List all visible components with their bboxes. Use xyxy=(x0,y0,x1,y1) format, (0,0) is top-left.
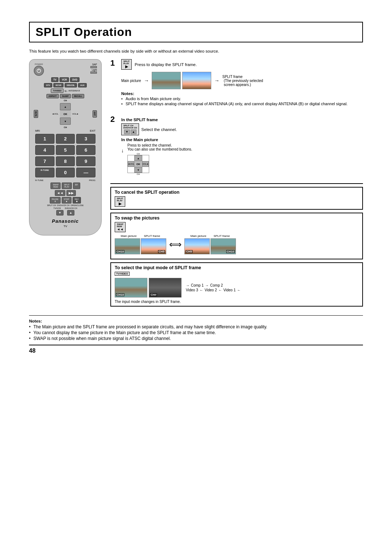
num-9[interactable]: 9 xyxy=(76,156,95,166)
sap-rect xyxy=(90,66,97,68)
num-6[interactable]: 6 xyxy=(76,145,95,155)
split-frame-note: (The previously selectedscreen appears.) xyxy=(224,79,263,87)
split-play-icon: SPLITPLAY ▶ xyxy=(121,59,132,70)
stop-btn[interactable]: STOP■ xyxy=(62,197,72,204)
aspect-button[interactable]: ASPECT xyxy=(46,94,59,98)
dbs-cbl-button[interactable]: DBS/CBL xyxy=(65,83,77,87)
mini-ch-down[interactable]: ▼ xyxy=(134,167,142,173)
num-2[interactable]: 2 xyxy=(56,134,75,144)
mini-ok[interactable]: OK xyxy=(134,161,142,167)
mini-vol-left[interactable]: ◄VOL xyxy=(128,161,134,167)
num-0[interactable]: 0 xyxy=(56,168,75,177)
split-play-btn[interactable]: SPLITPLAY xyxy=(62,182,72,189)
mini-ch-label-bottom: CH xyxy=(127,173,149,175)
swap-after-labels: Main picture SPLIT frame xyxy=(191,234,230,238)
dpad-area: MUTE CH ▲ ◄VOL OK VOL► ▼ xyxy=(34,99,97,128)
power-button[interactable] xyxy=(34,66,44,76)
swap-after: Main picture SPLIT frame CH5 CH10 xyxy=(184,234,236,254)
aspect-sleep-row: ASPECT SLEEP RECALL xyxy=(34,94,97,98)
intro-text: This feature lets you watch two differen… xyxy=(29,49,363,53)
input-mode-section: To select the input mode of SPLIT frame … xyxy=(110,262,363,307)
ch-label-bottom: CH xyxy=(40,126,91,128)
step-1-content: SPLITPLAY ▶ Press to display the SPLIT f… xyxy=(121,59,363,110)
aux-button[interactable]: AUX xyxy=(78,83,87,87)
tv-video-icon: TV/VIDEO xyxy=(115,272,130,276)
rewind-btn[interactable]: ◄◄ xyxy=(55,190,66,196)
before-main-ch: CH10 xyxy=(116,250,124,253)
before-main-img: CH10 xyxy=(115,238,140,254)
dash-btn[interactable]: — xyxy=(76,168,95,177)
dtv-button[interactable]: DTV xyxy=(44,83,52,87)
swap-title: To swap the pictures xyxy=(115,216,359,221)
in-main-title: In the Main picture xyxy=(121,138,363,142)
input-mode-icon-row: TV/VIDEO xyxy=(115,272,359,276)
ch-select: SPLIT CHDVD/VCR CH ▼ ▲ Select the channe… xyxy=(121,123,363,135)
split-ch-label: SPLIT CH xyxy=(47,204,56,206)
bottom-notes-title: Notes: xyxy=(29,319,42,323)
mute-button[interactable]: MUTE xyxy=(34,110,38,118)
step-1-notes: Notes: • Audio is from Main picture only… xyxy=(121,91,363,106)
sleep-button[interactable]: SLEEP xyxy=(60,94,71,98)
ch-down-btn[interactable]: ▼ xyxy=(60,118,71,125)
mini-ch-up[interactable]: ▲ xyxy=(134,155,142,161)
rtune-btn[interactable]: R-TUNE xyxy=(35,168,54,177)
ff-btn[interactable]: FF xyxy=(73,182,80,189)
swap-arrow: ⟺ xyxy=(169,239,181,250)
after-main-ch: CH5 xyxy=(185,250,193,253)
input-main-img: CH10 xyxy=(115,278,147,297)
split-ch-instruction: Select the channel. xyxy=(141,127,177,132)
rec-btn[interactable]: REC⏺ xyxy=(73,197,81,204)
ff2-btn[interactable]: ▶▶ xyxy=(66,190,76,196)
input-main-ch: CH10 xyxy=(116,293,124,296)
num-8[interactable]: 8 xyxy=(56,156,75,166)
dpad: ▲ ◄VOL OK VOL► ▼ xyxy=(50,103,80,125)
mri-exit-row: MRI EXIT xyxy=(35,130,95,132)
recall-button[interactable]: RECALL xyxy=(72,94,84,98)
vcr-button[interactable]: VCR xyxy=(60,77,69,82)
dtv-row: DTV RCVR DBS/CBL AUX xyxy=(34,83,97,87)
num-7[interactable]: 7 xyxy=(35,156,54,166)
note-2: • SPLIT frame displays analog channel si… xyxy=(121,102,363,106)
up-btn[interactable]: ▲ xyxy=(67,210,74,216)
vol-right-btn[interactable]: VOL► xyxy=(71,110,80,118)
exit-label: EXIT xyxy=(90,130,95,132)
step-1-header: SPLITPLAY ▶ Press to display the SPLIT f… xyxy=(121,59,363,70)
bottom-row: SPLIT CH DVD/VCR CH OPEN/CLOSE xyxy=(34,204,97,206)
tv-button[interactable]: TV xyxy=(51,77,58,82)
swap-rew-btn[interactable]: SWAPREW xyxy=(50,182,61,189)
mini-vol-right[interactable]: VOL► xyxy=(142,161,149,167)
num-4[interactable]: 4 xyxy=(35,145,54,155)
ch-label-top: CH xyxy=(40,99,91,102)
light-label: Light xyxy=(92,69,97,71)
page: SPLIT Operation This feature lets you wa… xyxy=(0,0,392,376)
pause-btn[interactable]: PAUSE⏸ xyxy=(50,197,61,204)
ch-up-btn[interactable]: ▲ xyxy=(60,103,71,110)
arrow-down: ↓ xyxy=(121,148,124,153)
number-pad: 1 2 3 4 5 6 7 8 9 R-TUNE 0 — xyxy=(35,134,95,177)
rcvr-button[interactable]: RCVR xyxy=(53,83,64,87)
open-close-label: OPEN/CLOSE xyxy=(71,204,84,206)
tv-vcr-dvd-row: TV VCR DVD xyxy=(34,77,97,82)
num-3[interactable]: 3 xyxy=(76,134,95,144)
ok-btn[interactable]: OK xyxy=(60,110,71,118)
swap-after-imgs: CH5 CH10 xyxy=(184,238,236,254)
tv-video-btn[interactable]: TV/VIDEO xyxy=(51,89,64,93)
s-icon: S▷ xyxy=(64,90,68,92)
num-1[interactable]: 1 xyxy=(35,134,54,144)
rtune-label: R-TUNE xyxy=(35,179,44,181)
bottom-notes: Notes: • The Main picture and the SPLIT … xyxy=(29,315,363,341)
dvd-button[interactable]: DVD xyxy=(70,77,79,82)
main-ch-instruction: Press to select the channel.You can also… xyxy=(127,143,192,151)
swap-before: Main picture SPLIT frame CH10 CH5 xyxy=(115,234,166,254)
comp-chain: → Comp 1 → Comp 2 xyxy=(186,283,241,287)
exit-button[interactable]: EXIT xyxy=(93,110,97,117)
bottom-row-arrows: ▼ ▲ xyxy=(34,210,97,216)
input-preview: CH10 CH# → Comp 1 → Comp 2 xyxy=(115,278,359,297)
rtune-prog-row: R-TUNE PROG xyxy=(35,179,95,181)
num-5[interactable]: 5 xyxy=(56,145,75,155)
page-title: SPLIT Operation xyxy=(36,25,356,39)
vol-left-btn[interactable]: ◄VOL xyxy=(50,110,60,118)
down-btn[interactable]: ▼ xyxy=(56,210,64,216)
swap-before-imgs: CH10 CH5 xyxy=(115,238,166,254)
arrow-right-1: → xyxy=(144,78,149,83)
